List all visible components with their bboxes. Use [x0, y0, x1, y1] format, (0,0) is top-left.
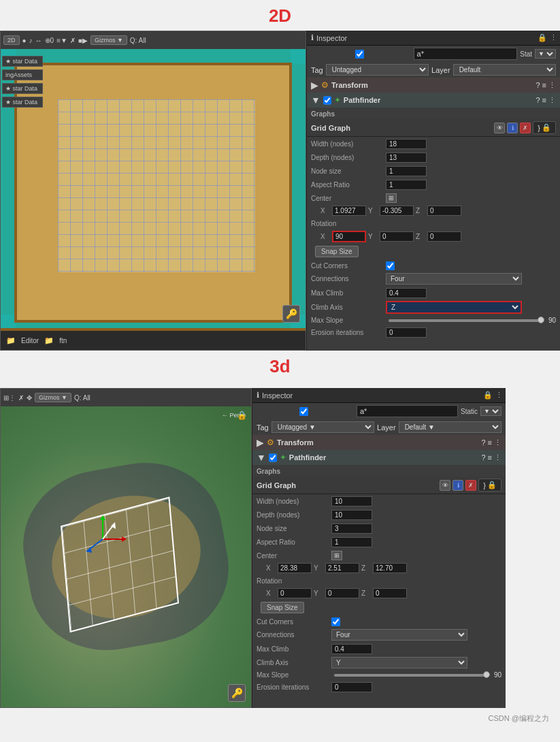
connections-select-top[interactable]: Four — [386, 273, 522, 285]
center-zb-label: Z — [361, 564, 371, 572]
lock-icon-3d-viewport: 🔒 — [237, 410, 247, 420]
transform-icons-top: ? ≡ ⋮ — [536, 81, 556, 90]
max-slope-slider-top[interactable] — [389, 319, 543, 322]
node-size-input-bottom[interactable] — [331, 523, 372, 534]
grid-graph-icons-top: 👁 ℹ ✗ } 🔒 — [494, 121, 556, 134]
center-y-label: Y — [368, 207, 378, 214]
max-climb-input-top[interactable] — [386, 288, 427, 298]
rotation-x-label: X — [320, 233, 330, 240]
pathfinder-menu-icon: ⋮ — [548, 96, 556, 105]
center-grid-btn-b[interactable]: ⊞ — [331, 551, 342, 560]
pathfinder-checkbox-bottom[interactable] — [269, 453, 277, 462]
max-slope-slider-bottom[interactable] — [334, 674, 489, 677]
grid-graph-eye-btn-b[interactable]: 👁 — [440, 480, 450, 491]
grid-graph-info-btn-b[interactable]: ℹ — [452, 480, 463, 491]
rotation-yb-input[interactable] — [325, 588, 359, 598]
width-input-top[interactable] — [386, 139, 427, 149]
center-xb-input[interactable] — [278, 563, 312, 573]
rotation-z-label: Z — [416, 233, 425, 240]
center-z-label: Z — [416, 207, 425, 214]
inspector-icon-bottom: ℹ — [257, 391, 259, 400]
transform-icon-bottom: ⚙ — [267, 438, 274, 447]
width-label-bottom: Width (nodes) — [257, 498, 331, 505]
snap-size-btn-top[interactable]: Snap Size — [315, 246, 359, 257]
climb-axis-row-top: Climb Axis Z — [307, 300, 560, 315]
rotation-y-input[interactable] — [380, 231, 414, 242]
aspect-ratio-input-top[interactable] — [386, 180, 427, 190]
climb-axis-label-top: Climb Axis — [311, 304, 386, 311]
connections-select-bottom[interactable]: Four — [331, 629, 467, 641]
grid-graph-close-btn[interactable]: ✗ — [520, 123, 531, 133]
transform-menu-icon: ⋮ — [548, 81, 556, 90]
depth-input-bottom[interactable] — [331, 510, 372, 520]
pathfinder-icon-top: ✦ — [334, 95, 341, 105]
tag-select-top[interactable]: Untagged — [326, 64, 429, 76]
toolbar-3d-search: Q: All — [74, 394, 90, 402]
erosion-input-bottom[interactable] — [331, 682, 372, 692]
rotation-xb-label: X — [266, 590, 276, 597]
cut-corners-checkbox-bottom[interactable] — [331, 617, 340, 626]
corner-icon-3d: 🔑 — [228, 684, 246, 702]
rotation-z-input[interactable] — [427, 231, 461, 242]
static-dropdown-top[interactable]: ▼ — [535, 49, 556, 59]
grid-graph-icons-bottom: 👁 ℹ ✗ } 🔒 — [440, 479, 501, 491]
pathfinder-arrow-bottom: ▼ — [257, 452, 266, 463]
climb-axis-select-top[interactable]: Z — [386, 301, 522, 314]
pathfinder-settings-icon: ≡ — [542, 96, 546, 105]
inspector-title-top: Inspector — [316, 34, 347, 42]
menu-icon-bottom: ⋮ — [495, 391, 503, 400]
center-y-input[interactable] — [380, 206, 414, 216]
aspect-ratio-label-bottom: Aspect Ratio — [257, 538, 331, 546]
climb-axis-select-bottom[interactable]: Y — [331, 657, 467, 668]
toolbar-search-icon: Q: All — [130, 37, 146, 44]
erosion-label-bottom: Erosion iterations — [257, 683, 331, 691]
lock-top: 🔒 — [542, 123, 551, 132]
name-input-bottom[interactable] — [357, 405, 458, 417]
toolbar-play-icon: ■▶ — [78, 37, 88, 44]
slope-slider-fill-top — [389, 319, 543, 322]
active-checkbox-top[interactable] — [311, 50, 408, 59]
rotation-xb-input[interactable] — [278, 588, 312, 598]
erosion-row-top: Erosion iterations — [307, 325, 560, 339]
center-z-input[interactable] — [427, 206, 461, 216]
width-input-bottom[interactable] — [331, 496, 372, 506]
name-input-top[interactable] — [414, 48, 518, 60]
static-dropdown-bottom[interactable]: ▼ — [480, 406, 501, 416]
grid-graph-title-bottom: Grid Graph — [257, 481, 296, 489]
grid-graph-info-btn[interactable]: ℹ — [507, 123, 518, 133]
center-label-top: Center — [311, 195, 386, 202]
rotation-zb-input[interactable] — [373, 588, 407, 598]
bottom-bar-2d: 📁 Editor 📁 ftn — [1, 331, 306, 350]
active-checkbox-bottom[interactable] — [257, 407, 351, 416]
rotation-x-input[interactable] — [332, 231, 366, 242]
folder-label-ftn: ftn — [59, 337, 67, 344]
aspect-ratio-input-bottom[interactable] — [331, 537, 372, 547]
slope-slider-thumb-bottom — [483, 671, 490, 678]
pathfinder-checkbox-top[interactable] — [323, 96, 331, 105]
tag-select-bottom[interactable]: Untagged ▼ — [271, 421, 374, 433]
center-grid-btn[interactable]: ⊞ — [386, 193, 397, 203]
toolbar-gizmos-btn[interactable]: Gizmos ▼ — [90, 35, 127, 45]
side-item-star2: ★ star Data — [5, 85, 39, 92]
layer-select-bottom[interactable]: Default ▼ — [399, 421, 501, 433]
center-x-input[interactable] — [332, 206, 366, 216]
depth-label-bottom: Depth (nodes) — [257, 511, 331, 519]
toolbar-3d-gizmos-btn[interactable]: Gizmos ▼ — [35, 393, 71, 402]
snap-size-btn-bottom[interactable]: Snap Size — [261, 602, 304, 613]
max-climb-input-bottom[interactable] — [331, 644, 372, 654]
depth-input-top[interactable] — [386, 152, 427, 163]
toolbar-grid-icon: ≡▼ — [56, 37, 67, 44]
grid-graph-close-btn-b[interactable]: ✗ — [465, 480, 476, 491]
pathfinder-label-top: Pathfinder — [344, 96, 380, 104]
grid-graph-eye-btn[interactable]: 👁 — [494, 123, 505, 133]
slope-slider-thumb-top — [538, 317, 544, 323]
center-zb-input[interactable] — [373, 563, 407, 573]
depth-row-top: Depth (nodes) — [307, 150, 560, 164]
layer-select-top[interactable]: Default — [453, 64, 556, 76]
cut-corners-checkbox-top[interactable] — [386, 261, 395, 270]
rotation-xyz-row-top: X Y Z — [307, 230, 560, 243]
node-size-input-top[interactable] — [386, 166, 427, 176]
toolbar-2d-btn[interactable]: 2D — [3, 35, 20, 45]
center-yb-input[interactable] — [325, 563, 359, 573]
erosion-input-top[interactable] — [386, 327, 427, 338]
